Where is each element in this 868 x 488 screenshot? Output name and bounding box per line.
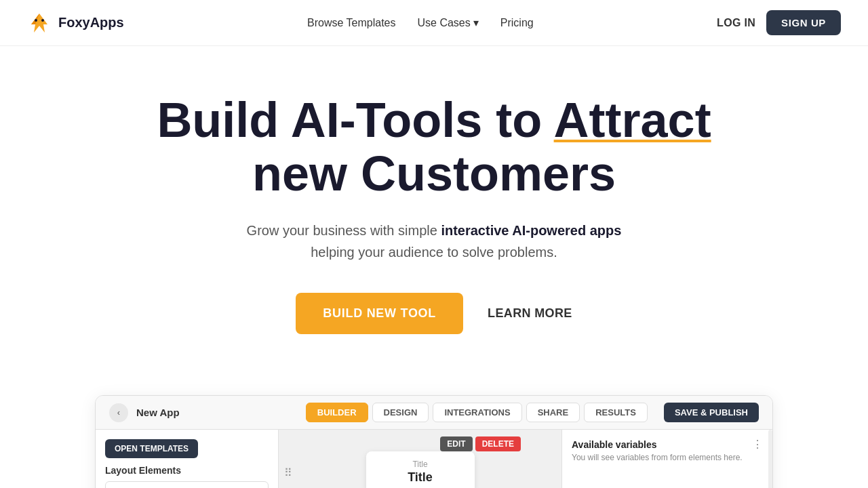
hero-attract-word: Attract bbox=[554, 93, 711, 147]
preview-card: Title Title bbox=[366, 451, 475, 488]
learn-more-button[interactable]: LEARN MORE bbox=[488, 306, 572, 321]
app-name: New App bbox=[136, 407, 298, 418]
hero-title-line1: Build AI-Tools to Attract bbox=[157, 93, 711, 147]
back-button[interactable]: ‹ bbox=[109, 403, 128, 422]
app-tabs: BUILDER DESIGN INTEGRATIONS SHARE RESULT… bbox=[306, 403, 648, 422]
card-title: Title bbox=[382, 470, 458, 485]
logo-icon bbox=[27, 11, 52, 35]
save-publish-button[interactable]: SAVE & PUBLISH bbox=[664, 403, 759, 422]
hero-title: Build AI-Tools to Attract new Customers bbox=[27, 94, 841, 201]
menu-dots-icon[interactable]: ⋮ bbox=[752, 438, 763, 451]
nav-link-use-cases[interactable]: Use Cases ▾ bbox=[418, 16, 479, 29]
hero-title-line2: new Customers bbox=[27, 147, 841, 201]
app-preview: ‹ New App BUILDER DESIGN INTEGRATIONS SH… bbox=[95, 395, 773, 488]
sidebar-section-title: Layout Elements bbox=[105, 465, 269, 476]
app-right-panel: ⋮ Available variables You will see varia… bbox=[562, 430, 772, 488]
app-body: OPEN TEMPLATES Layout Elements ⠿ Title T… bbox=[96, 430, 772, 488]
app-sidebar: OPEN TEMPLATES Layout Elements bbox=[96, 430, 279, 488]
nav-link-pricing[interactable]: Pricing bbox=[500, 17, 534, 29]
drag-handle-icon: ⠿ bbox=[284, 466, 292, 479]
nav-links: Browse Templates Use Cases ▾ Pricing bbox=[307, 16, 534, 29]
chevron-down-icon: ▾ bbox=[473, 16, 479, 29]
app-topbar: ‹ New App BUILDER DESIGN INTEGRATIONS SH… bbox=[96, 396, 772, 430]
svg-point-2 bbox=[35, 19, 37, 22]
logo-text: FoxyApps bbox=[58, 15, 124, 30]
nav-actions: LOG IN SIGN UP bbox=[717, 10, 841, 35]
scroll-bar bbox=[768, 430, 772, 488]
tab-builder[interactable]: BUILDER bbox=[306, 403, 368, 422]
login-button[interactable]: LOG IN bbox=[717, 17, 755, 29]
hero-subtitle: Grow your business with simple interacti… bbox=[27, 220, 841, 263]
delete-button[interactable]: DELETE bbox=[475, 436, 521, 451]
navbar: FoxyApps Browse Templates Use Cases ▾ Pr… bbox=[0, 0, 868, 46]
svg-point-3 bbox=[41, 19, 44, 22]
variables-title: Available variables bbox=[572, 439, 763, 450]
tab-share[interactable]: SHARE bbox=[526, 403, 580, 422]
edit-delete-bar: EDIT DELETE bbox=[440, 436, 521, 451]
tab-results[interactable]: RESULTS bbox=[584, 403, 648, 422]
tab-design[interactable]: DESIGN bbox=[372, 403, 429, 422]
card-label: Title bbox=[382, 460, 458, 469]
tab-integrations[interactable]: INTEGRATIONS bbox=[433, 403, 521, 422]
app-canvas[interactable]: ⠿ Title Title EDIT DELETE ☞ bbox=[279, 430, 562, 488]
build-new-tool-button[interactable]: BUILD NEW TOOL bbox=[296, 293, 463, 334]
logo[interactable]: FoxyApps bbox=[27, 11, 124, 35]
sidebar-search-input[interactable] bbox=[105, 481, 269, 488]
hero-buttons: BUILD NEW TOOL LEARN MORE bbox=[27, 293, 841, 334]
open-templates-button[interactable]: OPEN TEMPLATES bbox=[105, 439, 198, 458]
signup-button[interactable]: SIGN UP bbox=[766, 10, 841, 35]
variables-subtitle: You will see variables from form element… bbox=[572, 453, 763, 462]
edit-button[interactable]: EDIT bbox=[440, 436, 472, 451]
hero-section: Build AI-Tools to Attract new Customers … bbox=[0, 46, 868, 395]
nav-link-browse-templates[interactable]: Browse Templates bbox=[307, 17, 395, 29]
